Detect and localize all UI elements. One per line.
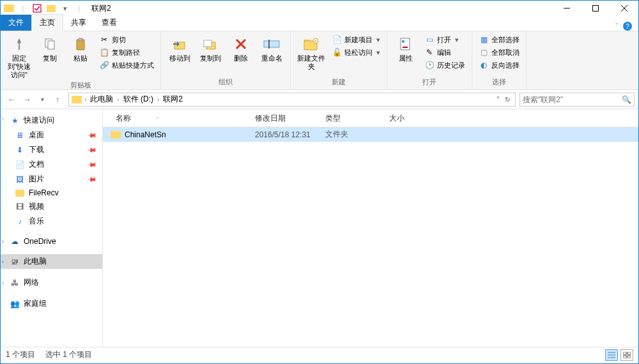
- group-clipboard-label: 剪贴板: [6, 80, 155, 90]
- pin-quickaccess-button[interactable]: 固定到"快速访问": [6, 34, 33, 79]
- open-icon: ▭: [424, 34, 435, 45]
- sidebar-quickaccess[interactable]: ˇ★快速访问: [1, 113, 102, 128]
- nav-forward-button[interactable]: →: [20, 93, 34, 107]
- sidebar-downloads[interactable]: ⬇下载📌: [1, 142, 102, 157]
- download-icon: ⬇: [15, 146, 25, 155]
- video-icon: 🎞: [15, 202, 25, 211]
- properties-button[interactable]: 属性: [392, 34, 419, 63]
- select-none-button[interactable]: ▢全部取消: [477, 47, 521, 58]
- network-icon: 🖧: [10, 278, 20, 287]
- copy-path-button[interactable]: 📋复制路径: [98, 47, 155, 58]
- paste-shortcut-button[interactable]: 🔗粘贴快捷方式: [98, 59, 155, 71]
- col-size[interactable]: 大小: [389, 113, 434, 124]
- crumb-folder[interactable]: 联网2: [160, 94, 185, 105]
- pc-icon: 🖳: [10, 257, 20, 266]
- folder-icon: [111, 131, 121, 139]
- help-icon[interactable]: ?: [623, 22, 632, 31]
- chevron-down-icon[interactable]: ˇ: [2, 118, 4, 124]
- copy-button[interactable]: 复制: [36, 34, 63, 63]
- chevron-right-icon[interactable]: ›: [2, 238, 4, 245]
- history-icon: 🕑: [424, 60, 435, 70]
- tab-file[interactable]: 文件: [1, 15, 31, 31]
- copyto-icon: [201, 35, 219, 53]
- tab-view[interactable]: 查看: [94, 15, 125, 31]
- sidebar-filerecv[interactable]: FileRecv: [1, 186, 102, 199]
- selectall-icon: ▦: [479, 34, 489, 45]
- svg-rect-0: [33, 4, 41, 12]
- chevron-right-icon[interactable]: ›: [2, 280, 4, 286]
- tab-home[interactable]: 主页: [31, 14, 63, 31]
- sidebar-videos[interactable]: 🎞视频: [1, 199, 102, 214]
- group-new-label: 新建: [296, 77, 381, 87]
- sidebar-documents[interactable]: 📄文档📌: [1, 157, 102, 172]
- edit-button[interactable]: ✎编辑: [423, 47, 466, 58]
- cut-button[interactable]: ✂剪切: [98, 34, 155, 45]
- view-details-button[interactable]: [605, 349, 618, 361]
- qat-properties-icon[interactable]: [31, 3, 43, 14]
- svg-rect-15: [264, 41, 279, 47]
- copy-to-button[interactable]: 复制到: [197, 34, 224, 63]
- sidebar-pictures[interactable]: 🖼图片📌: [1, 172, 102, 186]
- breadcrumb-refresh-icon[interactable]: ↻: [502, 96, 512, 103]
- status-item-count: 1 个项目: [6, 349, 35, 360]
- search-icon[interactable]: 🔍: [622, 95, 631, 104]
- svg-rect-25: [623, 352, 626, 354]
- sidebar-desktop[interactable]: 🖥桌面📌: [1, 128, 102, 142]
- search-box[interactable]: 🔍: [520, 93, 635, 107]
- open-button[interactable]: ▭打开▾: [423, 34, 466, 45]
- sidebar-thispc[interactable]: ›🖳此电脑: [1, 254, 102, 269]
- delete-button[interactable]: 删除: [227, 34, 254, 63]
- svg-rect-9: [79, 38, 82, 41]
- nav-up-button[interactable]: ↑: [50, 93, 65, 107]
- desktop-icon: 🖥: [15, 131, 25, 140]
- view-icons-button[interactable]: [620, 349, 633, 361]
- col-type[interactable]: 类型: [325, 113, 389, 124]
- copy-icon: [41, 35, 59, 53]
- history-button[interactable]: 🕑历史记录: [423, 59, 466, 71]
- homegroup-icon: 👥: [10, 300, 20, 308]
- pin-icon: 📌: [87, 174, 97, 184]
- tab-share[interactable]: 共享: [63, 15, 94, 31]
- crumb-drive[interactable]: 软件 (D:): [121, 94, 156, 105]
- qat-dropdown-icon[interactable]: ▾: [59, 3, 71, 14]
- column-headers: 名称ˆ 修改日期 类型 大小: [103, 109, 638, 127]
- rename-icon: [263, 35, 281, 53]
- col-date[interactable]: 修改日期: [255, 113, 325, 124]
- qat-newfolder-icon[interactable]: [45, 3, 57, 14]
- edit-icon: ✎: [424, 47, 435, 57]
- file-name: ChinaNetSn: [125, 130, 166, 139]
- crumb-thispc[interactable]: 此电脑: [88, 94, 116, 105]
- sidebar-network[interactable]: ›🖧网络: [1, 275, 102, 290]
- easy-access-button[interactable]: 🔓轻松访问▾: [330, 47, 381, 58]
- move-to-button[interactable]: 移动到: [166, 34, 193, 63]
- select-all-button[interactable]: ▦全部选择: [477, 34, 521, 45]
- close-button[interactable]: [610, 1, 638, 16]
- search-input[interactable]: [523, 95, 622, 104]
- file-row[interactable]: ChinaNetSn 2016/5/18 12:31 文件夹: [103, 127, 638, 142]
- maximize-button[interactable]: [581, 1, 610, 16]
- paste-button[interactable]: 粘贴: [67, 34, 94, 63]
- new-folder-button[interactable]: ✳ 新建文件夹: [296, 34, 327, 71]
- svg-rect-28: [627, 356, 631, 358]
- new-item-button[interactable]: 📄新建项目▾: [330, 34, 381, 45]
- ribbon-collapse-icon[interactable]: ˇ: [615, 22, 618, 30]
- breadcrumb-sep: ›: [84, 96, 86, 103]
- nav-recent-dropdown[interactable]: ▾: [35, 93, 49, 107]
- pin-icon: 📌: [87, 144, 97, 155]
- sidebar-onedrive[interactable]: ›☁OneDrive: [1, 235, 102, 248]
- shortcut-icon: 🔗: [99, 60, 109, 70]
- nav-back-button[interactable]: ←: [4, 93, 19, 107]
- pin-icon: 📌: [87, 130, 97, 140]
- group-organize-label: 组织: [166, 77, 285, 87]
- music-icon: ♪: [15, 217, 25, 226]
- sidebar-homegroup[interactable]: 👥家庭组: [1, 296, 102, 311]
- breadcrumb[interactable]: › 此电脑 › 软件 (D:) › 联网2 ˅ ↻: [68, 93, 516, 107]
- minimize-button[interactable]: [552, 1, 581, 16]
- chevron-right-icon[interactable]: ›: [2, 259, 4, 265]
- sidebar-music[interactable]: ♪音乐: [1, 214, 102, 229]
- invert-select-button[interactable]: ◐反向选择: [477, 59, 521, 71]
- col-name[interactable]: 名称ˆ: [108, 113, 255, 124]
- folder-icon: [15, 188, 25, 197]
- rename-button[interactable]: 重命名: [258, 34, 285, 63]
- breadcrumb-dropdown-icon[interactable]: ˅: [494, 96, 502, 103]
